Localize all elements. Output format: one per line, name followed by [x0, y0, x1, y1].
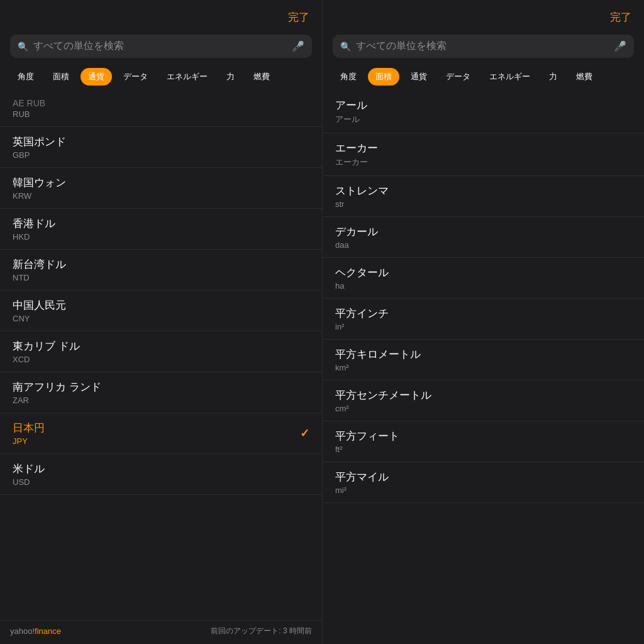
- footer-update-text: 前回のアップデート: 3 時間前: [211, 626, 312, 636]
- item-name: 平方インチ: [335, 306, 389, 321]
- item-code: km²: [335, 363, 421, 372]
- item-name: 平方マイル: [335, 470, 389, 484]
- right-top-bar: 完了: [323, 0, 644, 30]
- item-name: 東カリブ ドル: [13, 339, 80, 353]
- tab-エネルギー-right[interactable]: エネルギー: [482, 68, 538, 86]
- item-code: エーカー: [335, 157, 378, 168]
- left-done-button[interactable]: 完了: [288, 10, 309, 25]
- item-name: デカール: [335, 225, 378, 239]
- item-name: 新台湾ドル: [13, 257, 66, 272]
- item-code: ft²: [335, 445, 399, 454]
- left-filter-tabs: 角度面積通貨データエネルギー力燃費: [0, 63, 322, 91]
- list-item[interactable]: 東カリブ ドルXCD: [0, 331, 322, 372]
- item-code: str: [335, 199, 389, 209]
- tab-角度-right[interactable]: 角度: [333, 68, 364, 86]
- tab-通貨-right[interactable]: 通貨: [403, 68, 435, 86]
- search-icon-right: 🔍: [340, 42, 351, 52]
- left-list: AE RUBRUB英国ポンドGBP韓国ウォンKRW香港ドルHKD新台湾ドルNTD…: [0, 91, 322, 620]
- tab-エネルギー[interactable]: エネルギー: [159, 68, 215, 86]
- item-code: KRW: [13, 191, 66, 201]
- item-code: CNY: [13, 314, 66, 323]
- list-item[interactable]: 英国ポンドGBP: [0, 127, 322, 168]
- mic-icon[interactable]: 🎤: [292, 40, 304, 52]
- list-item[interactable]: 中国人民元CNY: [0, 291, 322, 331]
- tab-面積[interactable]: 面積: [45, 68, 77, 86]
- item-name: アール: [335, 98, 367, 113]
- item-name: 韓国ウォン: [13, 175, 66, 190]
- left-panel: 完了 🔍 すべての単位を検索 🎤 角度面積通貨データエネルギー力燃費 AE RU…: [0, 0, 322, 644]
- item-code: mi²: [335, 486, 389, 495]
- list-item[interactable]: AE RUBRUB: [0, 91, 322, 127]
- item-name: 香港ドル: [13, 216, 55, 231]
- tab-力-right[interactable]: 力: [541, 68, 565, 86]
- item-name: 平方フィート: [335, 429, 399, 443]
- list-item[interactable]: 日本円JPY✓: [0, 413, 322, 454]
- left-search-bar[interactable]: 🔍 すべての単位を検索 🎤: [10, 35, 312, 58]
- item-code: アール: [335, 114, 367, 125]
- item-name: 南アフリカ ランド: [13, 380, 101, 394]
- item-code: daa: [335, 240, 378, 250]
- search-icon: 🔍: [18, 42, 28, 52]
- item-code: GBP: [13, 150, 66, 160]
- right-list: アールアールエーカーエーカーストレンマstrデカールdaaヘクタールha平方イン…: [323, 91, 644, 644]
- tab-データ-right[interactable]: データ: [438, 68, 478, 86]
- list-item[interactable]: 香港ドルHKD: [0, 209, 322, 250]
- list-item[interactable]: アールアール: [323, 91, 644, 133]
- item-code: XCD: [13, 355, 80, 364]
- item-code: RUB: [13, 109, 45, 119]
- item-code: ha: [335, 281, 389, 291]
- tab-角度[interactable]: 角度: [10, 68, 42, 86]
- left-footer: yahoo!finance 前回のアップデート: 3 時間前: [0, 620, 322, 644]
- item-name: 平方センチメートル: [335, 388, 431, 402]
- tab-力[interactable]: 力: [219, 68, 242, 86]
- item-name: 平方キロメートル: [335, 347, 421, 362]
- mic-icon-right[interactable]: 🎤: [614, 40, 626, 52]
- item-code: cm²: [335, 404, 431, 413]
- left-search-input[interactable]: すべての単位を検索: [33, 40, 287, 53]
- tab-面積-right[interactable]: 面積: [368, 68, 399, 86]
- tab-燃費[interactable]: 燃費: [246, 68, 277, 86]
- item-code: NTD: [13, 273, 66, 282]
- item-name: 中国人民元: [13, 298, 66, 313]
- left-top-bar: 完了: [0, 0, 322, 30]
- list-item[interactable]: エーカーエーカー: [323, 133, 644, 176]
- yahoo-finance-logo: yahoo!finance: [10, 626, 61, 636]
- tab-データ[interactable]: データ: [116, 68, 155, 86]
- list-item[interactable]: ストレンマstr: [323, 176, 644, 217]
- list-item[interactable]: 平方インチin²: [323, 299, 644, 340]
- tab-通貨[interactable]: 通貨: [80, 68, 112, 86]
- item-code: JPY: [13, 436, 45, 446]
- tab-燃費-right[interactable]: 燃費: [569, 68, 600, 86]
- list-item[interactable]: ヘクタールha: [323, 258, 644, 299]
- item-name: 日本円: [13, 421, 45, 435]
- item-name: 米ドル: [13, 462, 45, 476]
- right-panel: 完了 🔍 すべての単位を検索 🎤 角度面積通貨データエネルギー力燃費 アールアー…: [322, 0, 644, 644]
- right-filter-tabs: 角度面積通貨データエネルギー力燃費: [323, 63, 644, 91]
- right-search-input[interactable]: すべての単位を検索: [356, 40, 609, 53]
- list-item[interactable]: 平方センチメートルcm²: [323, 380, 644, 421]
- item-code: ZAR: [13, 396, 101, 405]
- right-search-bar[interactable]: 🔍 すべての単位を検索 🎤: [333, 35, 634, 58]
- item-name: 英国ポンド: [13, 135, 66, 149]
- item-name: ストレンマ: [335, 184, 389, 198]
- list-item[interactable]: 平方フィートft²: [323, 421, 644, 462]
- list-item[interactable]: 韓国ウォンKRW: [0, 168, 322, 209]
- list-item[interactable]: 平方マイルmi²: [323, 462, 644, 503]
- list-item[interactable]: 米ドルUSD: [0, 454, 322, 495]
- checkmark-icon: ✓: [300, 426, 309, 440]
- list-item[interactable]: 新台湾ドルNTD: [0, 250, 322, 291]
- list-item[interactable]: 南アフリカ ランドZAR: [0, 372, 322, 413]
- list-item[interactable]: デカールdaa: [323, 217, 644, 258]
- list-item[interactable]: 平方キロメートルkm²: [323, 340, 644, 380]
- item-name: ヘクタール: [335, 265, 389, 280]
- item-name: AE RUB: [13, 98, 45, 108]
- item-code: USD: [13, 477, 45, 487]
- item-code: HKD: [13, 232, 55, 242]
- right-done-button[interactable]: 完了: [610, 10, 631, 25]
- item-code: in²: [335, 322, 389, 331]
- item-name: エーカー: [335, 141, 378, 155]
